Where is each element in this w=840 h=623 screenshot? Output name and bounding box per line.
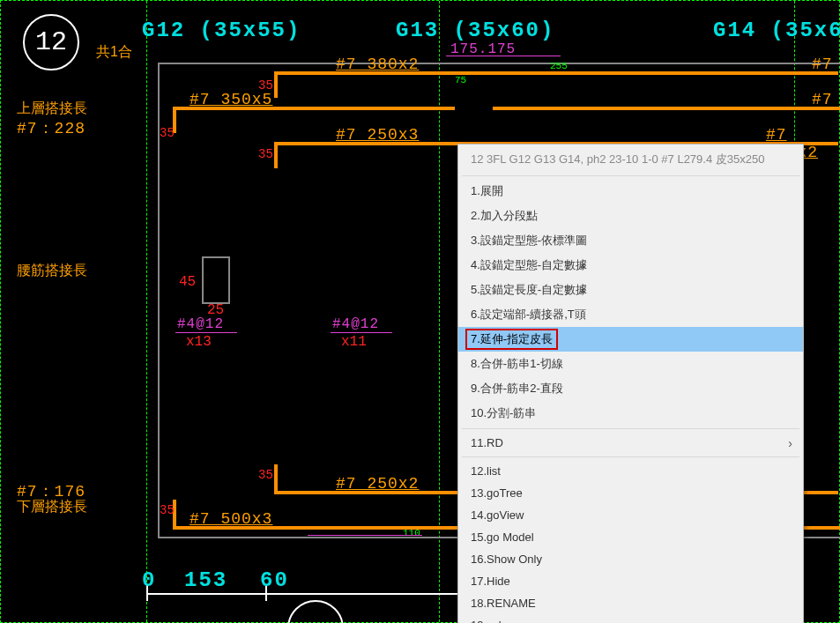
label-upper-val: #7：228: [17, 117, 85, 138]
context-menu-item[interactable]: 12.list: [458, 460, 803, 482]
dim-small: 35: [160, 126, 175, 140]
dim-small: 110: [403, 528, 420, 538]
stirrup-count: x13: [186, 334, 212, 350]
ruler-num: 153: [184, 568, 227, 592]
rebar-label: #7 350x5: [190, 91, 272, 108]
beam-outline: [158, 63, 840, 64]
context-menu-item[interactable]: 13.goTree: [458, 482, 803, 504]
grid-bubble-sub: 共1合: [96, 43, 132, 62]
beam-label-g13: G13 (35x60): [396, 19, 554, 42]
context-menu-item[interactable]: 4.設錨定型態-自定數據: [458, 253, 803, 278]
grid-bubble-partial: [287, 600, 344, 623]
grid-bubble: 12: [23, 14, 79, 70]
dim-small: 75: [455, 75, 466, 85]
rebar-hook: [274, 464, 278, 491]
dim-line: [175, 332, 237, 333]
menu-separator: [462, 456, 799, 457]
dim-line: [308, 535, 422, 536]
cad-viewport[interactable]: G12 (35x55) G13 (35x60) G14 (35x6 175.17…: [0, 0, 840, 623]
dim-line: [331, 332, 392, 333]
rebar-hook: [274, 71, 278, 98]
grid-line: [146, 1, 147, 622]
context-menu-item[interactable]: 5.設錨定長度-自定數據: [458, 278, 803, 302]
ruler-num: 60: [260, 568, 289, 592]
context-menu-item[interactable]: 15.go Model: [458, 526, 803, 548]
label-lower-splice: 下層搭接長: [17, 498, 87, 516]
ruler-line: [146, 593, 472, 595]
rebar-label: #7 380x2: [336, 56, 419, 73]
label-upper-splice: 上層搭接長: [17, 100, 87, 118]
dim-small: 35: [258, 468, 273, 482]
grid-bubble-num: 12: [35, 27, 67, 57]
beam-label-g14: G14 (35x6: [713, 19, 840, 42]
stirrup-label: #4@12: [177, 316, 224, 332]
context-menu-item[interactable]: 1.展開: [458, 179, 803, 204]
rebar[interactable]: [493, 107, 840, 110]
dim-line: [446, 56, 561, 56]
context-menu-item[interactable]: 7.延伸-指定皮長: [458, 327, 803, 352]
context-menu-header: 12 3FL G12 G13 G14, ph2 23-10 1-0 #7 L27…: [458, 145, 803, 173]
rebar-label: #7: [812, 91, 833, 108]
context-menu-item[interactable]: 18.RENAME: [458, 592, 803, 614]
dim-small: 35: [160, 503, 175, 517]
stirrup-dim: 45: [179, 274, 196, 290]
beam-label-g12: G12 (35x55): [142, 19, 301, 42]
stirrup-sketch: [202, 256, 230, 304]
rebar-hook: [274, 142, 278, 168]
stirrup-count: x11: [341, 334, 367, 350]
context-menu-item[interactable]: 2.加入分段點: [458, 204, 803, 228]
context-menu-item[interactable]: 11.RD: [458, 432, 803, 454]
dim-small: 35: [258, 147, 273, 161]
ruler-num: 0: [142, 568, 156, 592]
label-waist-splice: 腰筋搭接長: [17, 262, 87, 280]
rebar-label: #7: [812, 56, 833, 73]
rebar-label: #7 500x3: [190, 510, 272, 528]
context-menu-item[interactable]: 9.合併-筋串2-直段: [458, 376, 803, 401]
rebar-label: #7 250x3: [336, 126, 419, 144]
context-menu[interactable]: 12 3FL G12 G13 G14, ph2 23-10 1-0 #7 L27…: [457, 144, 804, 623]
context-menu-item[interactable]: 16.Show Only: [458, 548, 803, 570]
context-menu-item[interactable]: 8.合併-筋串1-切線: [458, 352, 803, 376]
dim-small: 35: [258, 78, 273, 93]
dim-small: 255: [550, 61, 568, 71]
menu-separator: [462, 175, 799, 176]
menu-separator: [462, 428, 799, 429]
context-menu-item[interactable]: 10.分割-筋串: [458, 401, 803, 426]
context-menu-item[interactable]: 6.設定端部-續接器,T頭: [458, 302, 803, 327]
context-menu-item[interactable]: 3.設錨定型態-依標準圖: [458, 228, 803, 253]
context-menu-item[interactable]: 14.goView: [458, 504, 803, 526]
context-menu-item[interactable]: 17.Hide: [458, 570, 803, 592]
stirrup-label: #4@12: [332, 316, 379, 332]
context-menu-item[interactable]: 19.color: [458, 614, 803, 623]
rebar-label: #7 250x2: [336, 475, 419, 493]
